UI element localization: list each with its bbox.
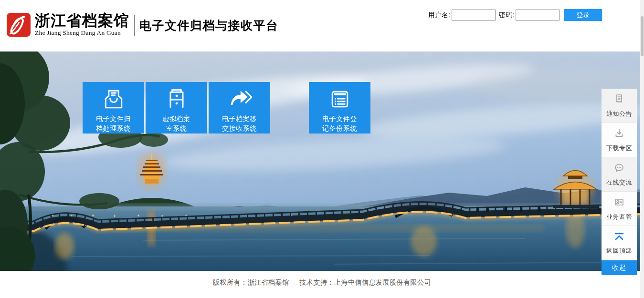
copyright-text: 版权所有：浙江省档案馆 <box>213 278 289 287</box>
collapse-button[interactable]: 收起 <box>602 260 637 275</box>
tile-label: 虚拟档案 室系统 <box>163 114 190 133</box>
announcement-icon <box>613 93 625 107</box>
password-label: 密码: <box>499 11 514 20</box>
username-input[interactable] <box>452 10 496 21</box>
site-logo-icon <box>6 12 31 38</box>
sidebar-item-back-to-top[interactable]: 返回顶部 <box>602 226 637 260</box>
pagoda <box>139 154 165 188</box>
sidebar-item-label: 业务监管 <box>606 213 632 221</box>
site-name: 浙江省档案馆 <box>35 12 129 29</box>
password-input[interactable] <box>516 10 560 21</box>
hero-banner: 电子文件归 档处理系统 虚拟档案 室系统 <box>0 51 644 271</box>
tile-virtual-archive-room-system[interactable]: 虚拟档案 室系统 <box>146 82 207 134</box>
download-icon <box>613 127 625 142</box>
tile-label: 电子文件归 档处理系统 <box>96 114 131 133</box>
sidebar-item-online-chat[interactable]: 在线交流 <box>602 157 637 192</box>
login-form: 用户名: 密码: 登录 <box>428 9 602 21</box>
sidebar-item-label: 通知公告 <box>606 110 632 118</box>
register-list-icon <box>327 87 352 112</box>
brand-divider <box>134 15 135 36</box>
supervision-badge-icon <box>613 196 625 210</box>
tile-label: 电子文件登 记备份系统 <box>322 114 357 133</box>
sidebar-item-label: 返回顶部 <box>606 247 632 255</box>
brand-text: 浙江省档案馆 Zhe Jiang Sheng Dang An Guan <box>35 12 129 37</box>
side-nav: 通知公告 下载专区 在线交流 <box>602 89 637 275</box>
file-cabinet-icon <box>164 87 189 112</box>
tech-support-text: 技术支持：上海中信信息发展股份有限公司 <box>300 278 432 287</box>
footer: 版权所有：浙江省档案馆 技术支持：上海中信信息发展股份有限公司 <box>0 271 644 298</box>
inbox-archive-icon <box>101 87 126 112</box>
page: 浙江省档案馆 Zhe Jiang Sheng Dang An Guan 电子文件… <box>0 0 644 298</box>
site-name-pinyin: Zhe Jiang Sheng Dang An Guan <box>35 29 129 37</box>
tile-registration-backup-system[interactable]: 电子文件登 记备份系统 <box>309 82 370 134</box>
tile-label: 电子档案移 交接收系统 <box>222 114 257 133</box>
username-label: 用户名: <box>428 11 450 20</box>
sidebar-item-label: 在线交流 <box>606 178 632 187</box>
footer-text: 版权所有：浙江省档案馆 技术支持：上海中信信息发展股份有限公司 <box>0 278 644 287</box>
transfer-arrow-icon <box>227 87 252 112</box>
sidebar-item-notices[interactable]: 通知公告 <box>602 89 637 123</box>
header: 浙江省档案馆 Zhe Jiang Sheng Dang An Guan 电子文件… <box>0 0 644 51</box>
scrollbar-thumb[interactable] <box>641 16 644 56</box>
brand: 浙江省档案馆 Zhe Jiang Sheng Dang An Guan 电子文件… <box>6 12 279 38</box>
back-to-top-icon <box>612 231 626 244</box>
chat-icon <box>613 162 625 176</box>
platform-title: 电子文件归档与接收平台 <box>139 18 279 33</box>
tile-archive-processing-system[interactable]: 电子文件归 档处理系统 <box>83 82 144 134</box>
login-button[interactable]: 登录 <box>564 9 602 21</box>
sidebar-item-downloads[interactable]: 下载专区 <box>602 123 637 157</box>
sidebar-item-label: 下载专区 <box>606 144 632 153</box>
scrollbar-track[interactable] <box>640 0 644 298</box>
sidebar-item-supervision[interactable]: 业务监管 <box>602 192 637 226</box>
tile-transfer-receiving-system[interactable]: 电子档案移 交接收系统 <box>209 82 270 134</box>
